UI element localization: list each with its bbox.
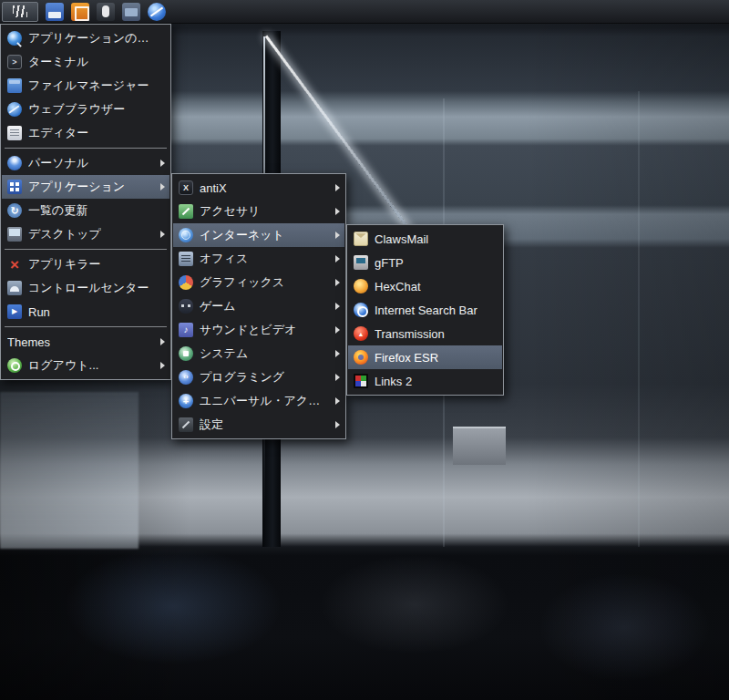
menu-item-sound-video[interactable]: サウンドとビデオ	[173, 318, 344, 342]
person-icon	[7, 156, 22, 170]
wrench-icon	[179, 417, 193, 432]
menu-separator	[5, 148, 167, 149]
search-icon	[7, 31, 22, 46]
submenu-arrow-icon	[335, 303, 340, 310]
wallpaper-seam	[638, 91, 640, 547]
internet-icon	[179, 228, 193, 242]
menu-item-label: Firefox ESR	[375, 351, 438, 365]
menu-item-label: Transmission	[375, 327, 445, 341]
menu-item-label: アプリケーションの選択	[28, 30, 155, 46]
applications-submenu: antiX アクセサリ インターネット オフィス グラフィックス ゲーム	[171, 173, 346, 439]
menu-item-internet-search-bar[interactable]: Internet Search Bar	[348, 298, 502, 322]
menu-item-label: ゲーム	[200, 298, 236, 314]
submenu-arrow-icon	[335, 326, 340, 334]
wallpaper-reflection	[64, 547, 282, 665]
menu-item-label: Links 2	[375, 375, 412, 388]
menu-item-applications[interactable]: アプリケーション	[2, 175, 169, 199]
wallpaper-reflection	[538, 572, 711, 682]
run-icon	[7, 304, 22, 319]
menu-item-label: ClawsMail	[375, 232, 428, 246]
menu-item-transmission[interactable]: Transmission	[348, 322, 502, 345]
menu-item-logout[interactable]: ログアウト...	[2, 354, 169, 377]
menu-item-antix[interactable]: antiX	[173, 176, 344, 200]
menu-item-label: gFTP	[375, 256, 404, 270]
internet-submenu: ClawsMail gFTP HexChat Internet Search B…	[346, 224, 504, 396]
menu-item-accessories[interactable]: アクセサリ	[173, 200, 344, 223]
menu-item-run[interactable]: Run	[2, 300, 169, 324]
globe-icon	[7, 102, 22, 117]
menu-item-office[interactable]: オフィス	[173, 247, 344, 271]
submenu-arrow-icon	[335, 184, 340, 191]
menu-item-programming[interactable]: プログラミング	[173, 365, 344, 389]
submenu-arrow-icon	[335, 255, 340, 262]
menu-item-gftp[interactable]: gFTP	[348, 251, 502, 274]
submenu-arrow-icon	[160, 231, 165, 238]
menu-item-label: antiX	[200, 181, 227, 195]
submenu-arrow-icon	[335, 421, 340, 428]
menu-item-label: アプリキラー	[28, 256, 101, 273]
desktop: アプリケーションの選択 ターミナル ファイルマネージャー ウェブブラウザー エデ…	[0, 0, 729, 700]
menu-item-label: デスクトップ	[28, 226, 101, 242]
links2-icon	[354, 374, 368, 388]
package-installer-icon[interactable]	[71, 3, 89, 21]
menu-item-internet[interactable]: インターネット	[173, 223, 344, 247]
menu-item-universal-access[interactable]: ユニバーサル・アクセス	[173, 389, 344, 413]
menu-item-graphics[interactable]: グラフィックス	[173, 271, 344, 294]
menu-item-links2[interactable]: Links 2	[348, 369, 502, 393]
submenu-arrow-icon	[335, 232, 340, 239]
menu-item-claws-mail[interactable]: ClawsMail	[348, 227, 502, 251]
menu-item-terminal[interactable]: ターミナル	[2, 50, 169, 74]
submenu-arrow-icon	[335, 279, 340, 286]
folder-icon[interactable]	[122, 3, 140, 21]
menu-item-label: ログアウト...	[28, 357, 98, 374]
menu-item-label: コントロールセンター	[28, 280, 149, 296]
menu-item-system[interactable]: システム	[173, 342, 344, 365]
accessories-icon	[179, 204, 193, 219]
submenu-arrow-icon	[335, 350, 340, 357]
main-menu: アプリケーションの選択 ターミナル ファイルマネージャー ウェブブラウザー エデ…	[0, 24, 171, 380]
submenu-arrow-icon	[160, 362, 165, 369]
antix-logo-icon	[13, 5, 27, 17]
menu-item-label: アプリケーション	[28, 179, 125, 195]
menu-item-themes[interactable]: Themes	[2, 330, 169, 354]
menu-item-desktop[interactable]: デスクトップ	[2, 222, 169, 246]
menu-item-label: プログラミング	[200, 369, 284, 386]
menu-item-label: サウンドとビデオ	[200, 322, 296, 338]
menu-item-label: オフィス	[200, 251, 248, 267]
menu-item-games[interactable]: ゲーム	[173, 294, 344, 318]
web-browser-icon[interactable]	[148, 3, 166, 21]
menu-item-hexchat[interactable]: HexChat	[348, 274, 502, 298]
wallpaper-cube	[453, 427, 506, 465]
refresh-icon	[7, 203, 22, 218]
graphics-icon	[179, 275, 193, 290]
menu-item-label: 一覧の更新	[28, 202, 87, 219]
menu-item-label: Internet Search Bar	[375, 304, 477, 317]
menu-item-label: アクセサリ	[200, 203, 261, 220]
menu-item-refresh-list[interactable]: 一覧の更新	[2, 199, 169, 222]
menu-item-select-application[interactable]: アプリケーションの選択	[2, 26, 169, 50]
submenu-arrow-icon	[160, 338, 165, 345]
menu-item-label: HexChat	[375, 280, 421, 293]
menu-item-firefox-esr[interactable]: Firefox ESR	[348, 345, 502, 369]
folder-icon	[7, 78, 22, 93]
menu-item-editor[interactable]: エディター	[2, 121, 169, 145]
menu-item-label: ターミナル	[28, 54, 88, 70]
internet-search-icon	[354, 303, 368, 317]
monitor-icon	[7, 227, 22, 242]
menu-item-control-center[interactable]: コントロールセンター	[2, 276, 169, 300]
start-menu-button[interactable]	[2, 2, 38, 22]
menu-item-file-manager[interactable]: ファイルマネージャー	[2, 74, 169, 98]
menu-item-settings[interactable]: 設定	[173, 413, 344, 437]
antix-icon	[179, 180, 193, 195]
file-save-icon[interactable]	[46, 3, 64, 21]
mouse-settings-icon[interactable]	[97, 3, 115, 21]
menu-item-personal[interactable]: パーソナル	[2, 151, 169, 175]
menu-separator	[5, 326, 167, 327]
applications-icon	[7, 180, 22, 194]
menu-item-web-browser[interactable]: ウェブブラウザー	[2, 98, 169, 121]
submenu-arrow-icon	[335, 397, 340, 405]
menu-item-label: エディター	[28, 125, 88, 141]
menu-item-app-killer[interactable]: アプリキラー	[2, 252, 169, 276]
menu-item-label: 設定	[200, 417, 223, 433]
sound-icon	[179, 323, 193, 337]
